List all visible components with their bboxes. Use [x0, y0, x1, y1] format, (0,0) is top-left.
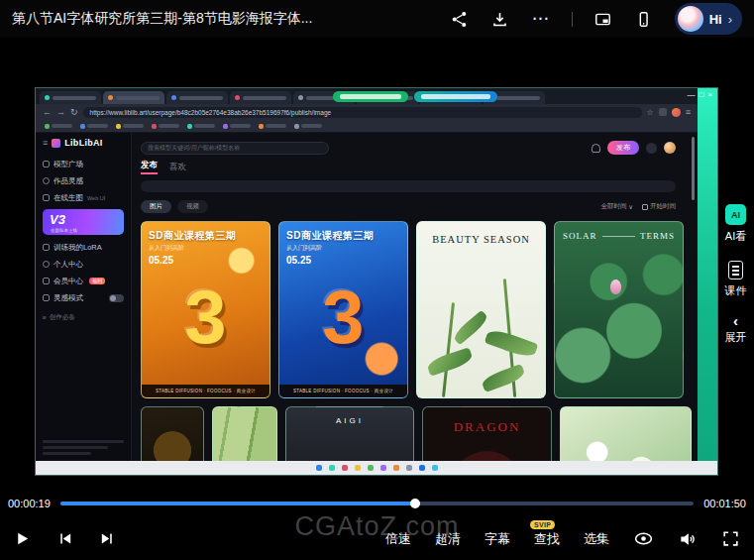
- text-blob: [301, 124, 322, 128]
- mode-toggle[interactable]: [109, 294, 124, 302]
- poster-card-beauty-season[interactable]: BEAUTY SEASON: [416, 221, 546, 398]
- poster-card-sd-course-blue[interactable]: SD商业课程第三期 从入门到高阶05.25 3 STABLE DIFFUSION…: [278, 221, 408, 398]
- favicon: [45, 95, 50, 100]
- tab-publish[interactable]: 发布: [141, 160, 158, 174]
- start-date-picker[interactable]: 开始时间: [642, 202, 676, 211]
- poster-card-soft-green[interactable]: [560, 406, 692, 461]
- sidebar-item-inspiration[interactable]: 作品灵感: [43, 172, 124, 189]
- progress-handle[interactable]: [410, 499, 420, 508]
- bookmark-star-icon: ☆: [647, 108, 654, 117]
- recording-ad-banner: [414, 91, 497, 102]
- filter-chip-image[interactable]: 图片: [141, 200, 171, 213]
- ai-watch-button[interactable]: AI AI看: [725, 204, 746, 244]
- v3-title: V3: [50, 212, 65, 227]
- window-controls: —□×: [687, 90, 716, 99]
- collapsed-banner[interactable]: [141, 180, 676, 192]
- poster-card-solar-terms[interactable]: SOLAR TERMS: [554, 221, 684, 398]
- find-button[interactable]: SVIP查找: [534, 530, 560, 548]
- sidebar-item-online-generate[interactable]: 在线生图Web UI: [43, 189, 124, 206]
- episode-list-button[interactable]: 选集: [584, 530, 609, 548]
- progress-bar[interactable]: [60, 502, 694, 505]
- site-topbar-right: 发布: [592, 141, 676, 155]
- browser-tab: [230, 91, 291, 104]
- share-icon[interactable]: [450, 9, 470, 29]
- theme-toggle-icon[interactable]: [646, 143, 657, 154]
- search-input[interactable]: 搜索模型关键词/用户昵称/模型名称: [141, 142, 329, 155]
- quality-button[interactable]: 超清: [435, 530, 461, 548]
- favicon: [108, 95, 113, 100]
- current-time: 00:00:19: [8, 498, 51, 509]
- poster-card-aigi[interactable]: AIGI: [285, 406, 414, 461]
- minimize-icon: —: [687, 90, 699, 99]
- video-player-app: 第八节AI字体研究所第三期-第8节电影海报字体... ⋯ Hi ›: [0, 0, 754, 560]
- bookmark-item: [152, 124, 179, 129]
- fullscreen-icon[interactable]: [721, 529, 740, 548]
- site-logo: ≡ LibLibAI: [43, 138, 124, 148]
- more-icon[interactable]: ⋯: [531, 9, 551, 29]
- favicon: [45, 124, 50, 129]
- forward-icon: →: [56, 108, 65, 117]
- time-range-dropdown[interactable]: 全部时间 ∨: [600, 202, 633, 211]
- text-blob: [179, 96, 223, 100]
- sidebar-item-model-plaza[interactable]: 模型广场: [43, 156, 124, 172]
- v3-subtitle: 全新版本上线: [51, 228, 77, 233]
- hamburger-icon[interactable]: ≡: [43, 138, 48, 148]
- poster-card-sd-course-orange[interactable]: SD商业课程第三期 从入门到高阶05.25 3 STABLE DIFFUSION…: [141, 221, 270, 398]
- sidebar-item-personal-center[interactable]: 个人中心: [43, 256, 124, 273]
- browser-tab-active: [103, 91, 164, 104]
- text-blob: [53, 96, 96, 100]
- v3-promo-banner[interactable]: V3 全新版本上线: [43, 209, 124, 235]
- liblib-site: ≡ LibLibAI 模型广场 作品灵感 在线生图Web UI V3 全新版本上…: [36, 133, 698, 461]
- favicon: [116, 124, 121, 129]
- pip-icon[interactable]: [593, 9, 613, 29]
- poster-card-dragon[interactable]: DRAGON: [422, 406, 552, 461]
- text-blob: [496, 96, 540, 100]
- user-pill[interactable]: Hi ›: [675, 3, 742, 35]
- previous-episode-button[interactable]: [56, 530, 73, 547]
- browser-url-bar: ← → ↻ https://www.liblib.art/userpage/b4…: [36, 104, 698, 120]
- titlebar: 第八节AI字体研究所第三期-第8节电影海报字体... ⋯ Hi ›: [0, 0, 754, 38]
- play-button[interactable]: [14, 530, 31, 547]
- sidebar-item-inspiration-mode[interactable]: 灵感模式: [43, 289, 124, 306]
- poster-grid-row1: SD商业课程第三期 从入门到高阶05.25 3 STABLE DIFFUSION…: [141, 221, 676, 398]
- bookmark-item: [116, 124, 144, 129]
- poster-grid-row2: AIGI DRAGON: [141, 406, 676, 461]
- text-blob: [43, 452, 91, 455]
- publish-button[interactable]: 发布: [607, 141, 639, 155]
- video-frame[interactable]: —□× ← → ↻ https://www.liblib.art/userpag…: [35, 87, 718, 476]
- ai-scan-icon: AI: [725, 204, 746, 225]
- page-scrollbar[interactable]: [692, 137, 695, 200]
- phone-cast-icon[interactable]: [634, 9, 654, 29]
- site-main: 搜索模型关键词/用户昵称/模型名称 发布 发布 喜欢: [132, 133, 698, 461]
- browser-tab: [40, 91, 101, 104]
- download-icon[interactable]: [490, 9, 510, 29]
- subtitle-button[interactable]: 字幕: [485, 530, 510, 548]
- chevron-right-icon: ›: [728, 12, 732, 27]
- poster-card-bamboo-green[interactable]: [212, 406, 277, 461]
- text-blob: [43, 446, 108, 449]
- volume-icon[interactable]: [678, 529, 698, 549]
- next-episode-button[interactable]: [99, 530, 116, 547]
- favicon: [80, 124, 85, 129]
- filter-chip-video[interactable]: 视频: [177, 200, 208, 213]
- speed-button[interactable]: 倍速: [385, 530, 411, 548]
- taskbar-app-icon: [329, 465, 335, 471]
- site-avatar[interactable]: [664, 142, 676, 154]
- page-side-widget-strip: [698, 88, 717, 461]
- tab-likes[interactable]: 喜欢: [169, 162, 186, 173]
- video-title: 第八节AI字体研究所第三期-第8节电影海报字体...: [12, 10, 312, 28]
- recording-ad-banner: [333, 91, 408, 102]
- bookmark-item: [223, 124, 251, 129]
- sidebar-item-train-lora[interactable]: 训练我的LoRA: [43, 239, 124, 256]
- expand-button[interactable]: ‹ 展开: [725, 315, 747, 345]
- filter-right-group: 全部时间 ∨ 开始时间: [600, 202, 676, 211]
- progress-fill: [60, 502, 415, 505]
- sidebar-item-membership[interactable]: 会员中心福利: [43, 273, 124, 289]
- danmaku-eye-icon[interactable]: [633, 528, 654, 549]
- bell-icon[interactable]: [592, 144, 600, 153]
- search-placeholder: 搜索模型关键词/用户昵称/模型名称: [148, 144, 240, 153]
- courseware-button[interactable]: 课件: [725, 261, 747, 298]
- favicon: [235, 95, 240, 100]
- poster-card-dark-art[interactable]: [141, 406, 204, 461]
- bamboo-stem: [442, 302, 455, 397]
